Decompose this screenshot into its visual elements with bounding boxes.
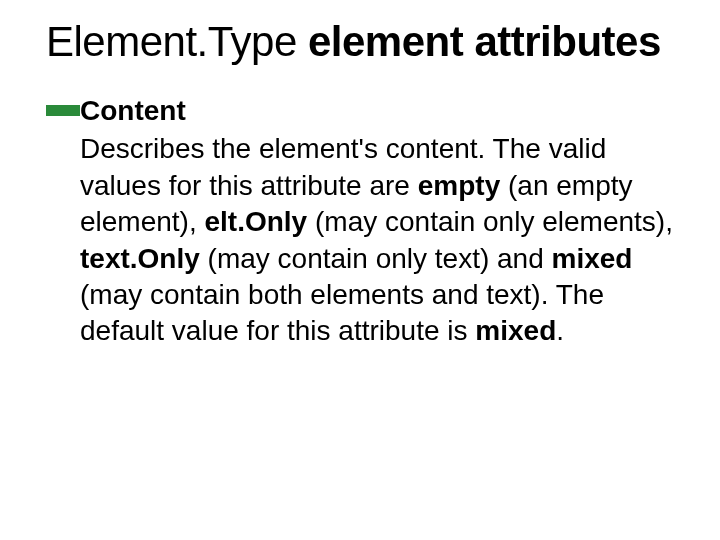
desc-text: (may contain only elements), (307, 206, 673, 237)
value-mixed-default: mixed (475, 315, 556, 346)
slide-title: Element.Type element attributes (46, 18, 692, 65)
body: Content Describes the element's content.… (46, 93, 692, 350)
content-column: Content Describes the element's content.… (80, 93, 692, 350)
value-mixed: mixed (552, 243, 633, 274)
desc-tail: . (556, 315, 564, 346)
slide: Element.Type element attributes Content … (0, 0, 720, 540)
item-description: Describes the element's content. The val… (80, 131, 688, 349)
title-part-1: Element.Type (46, 18, 297, 65)
value-textonly: text.Only (80, 243, 200, 274)
desc-text: (may contain only text) and (200, 243, 552, 274)
square-bullet-icon (46, 105, 80, 116)
item-heading: Content (80, 93, 688, 129)
title-part-2: element attributes (308, 18, 661, 65)
value-eltonly: elt.Only (205, 206, 308, 237)
value-empty: empty (418, 170, 500, 201)
